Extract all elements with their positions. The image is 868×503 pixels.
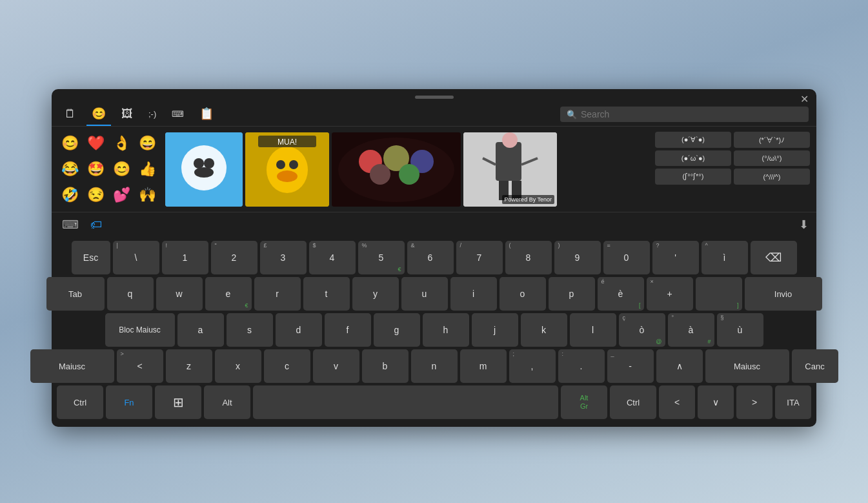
key-right[interactable]: >: [736, 385, 772, 419]
key-7[interactable]: /7: [456, 241, 503, 274]
key-canc[interactable]: Canc: [792, 349, 838, 383]
emoji-cell[interactable]: 🙌: [136, 183, 159, 207]
tab-kaomoji[interactable]: 🖼: [116, 103, 138, 126]
tab-recents[interactable]: 🗒: [59, 103, 81, 126]
emoji-cell[interactable]: 😒: [84, 183, 107, 207]
key-5[interactable]: %5€: [358, 241, 405, 274]
key-h[interactable]: h: [423, 313, 469, 347]
search-input[interactable]: [581, 109, 802, 119]
key-3[interactable]: £3: [260, 241, 307, 274]
key-esc[interactable]: Esc: [72, 241, 110, 274]
key-l[interactable]: l: [570, 313, 616, 347]
tab-emoji[interactable]: 😊: [86, 103, 111, 126]
emoji-cell[interactable]: 👌: [110, 132, 133, 155]
key-bracket[interactable]: ]: [696, 277, 742, 311]
key-f[interactable]: f: [325, 313, 371, 347]
key-g[interactable]: g: [374, 313, 420, 347]
emoji-cell[interactable]: ❤️: [84, 132, 107, 155]
key-left[interactable]: <: [659, 385, 695, 419]
key-v[interactable]: v: [313, 349, 359, 383]
key-ugrave[interactable]: §ù: [717, 313, 763, 347]
key-ctrl-right[interactable]: Ctrl: [610, 385, 656, 419]
key-z[interactable]: z: [166, 349, 212, 383]
key-m[interactable]: m: [460, 349, 507, 383]
key-shift-right[interactable]: Maiusc: [705, 349, 789, 383]
key-win[interactable]: ⊞: [155, 385, 201, 419]
key-fn[interactable]: Fn: [106, 385, 152, 419]
kaomoji-btn-4[interactable]: (°/ω\°): [734, 150, 810, 166]
key-caps[interactable]: Bloc Maiusc: [105, 313, 175, 347]
key-r[interactable]: r: [254, 277, 301, 311]
key-alt[interactable]: Alt: [204, 385, 250, 419]
key-y[interactable]: y: [352, 277, 399, 311]
emoji-cell[interactable]: 👍: [136, 158, 159, 181]
key-4[interactable]: $4: [309, 241, 356, 274]
emoji-cell[interactable]: 😄: [136, 132, 159, 155]
key-enter[interactable]: Invio: [745, 277, 822, 311]
key-comma[interactable]: ;,: [509, 349, 556, 383]
key-igrave[interactable]: ^ì: [701, 241, 748, 274]
key-8[interactable]: (8: [505, 241, 552, 274]
key-c[interactable]: c: [264, 349, 310, 383]
key-1[interactable]: !1: [162, 241, 208, 274]
key-d[interactable]: d: [276, 313, 322, 347]
key-9[interactable]: )9: [554, 241, 601, 274]
kaomoji-btn-2[interactable]: (*´∀`*)ﾉ: [734, 132, 810, 148]
key-x[interactable]: x: [215, 349, 261, 383]
key-b[interactable]: b: [362, 349, 409, 383]
key-a[interactable]: a: [177, 313, 224, 347]
key-n[interactable]: n: [411, 349, 458, 383]
key-s[interactable]: s: [227, 313, 273, 347]
tab-clipboard[interactable]: 📋: [194, 103, 219, 126]
key-apostrophe[interactable]: ?': [652, 241, 699, 274]
gif-item-2[interactable]: MUA!: [245, 132, 329, 207]
keyboard-toolbar-icon[interactable]: ⌨: [59, 215, 81, 234]
kaomoji-btn-5[interactable]: (ʃ°°ʃ*°): [655, 169, 731, 185]
key-period[interactable]: :.: [558, 349, 605, 383]
key-o[interactable]: o: [500, 277, 546, 311]
tab-symbols[interactable]: ⌨: [167, 105, 189, 124]
gif-item-1[interactable]: [165, 132, 243, 207]
key-space[interactable]: [253, 385, 558, 419]
emoji-cell[interactable]: 😊: [58, 132, 81, 155]
emoji-cell[interactable]: 😂: [58, 158, 81, 181]
emoji-cell[interactable]: 😊: [110, 158, 133, 181]
key-backspace[interactable]: ⌫: [751, 241, 797, 274]
kaomoji-btn-6[interactable]: (^///^): [734, 169, 810, 185]
key-minus[interactable]: _-: [607, 349, 654, 383]
key-e[interactable]: e€: [205, 277, 252, 311]
key-plus[interactable]: ×+: [647, 277, 693, 311]
key-2[interactable]: "2: [211, 241, 257, 274]
key-shift-left[interactable]: Maiusc: [30, 349, 114, 383]
key-down[interactable]: ∨: [698, 385, 734, 419]
key-backslash[interactable]: |\: [113, 241, 159, 274]
key-w[interactable]: w: [156, 277, 203, 311]
download-icon[interactable]: ⬇: [799, 218, 809, 232]
key-up[interactable]: ∧: [656, 349, 703, 383]
key-j[interactable]: j: [472, 313, 518, 347]
key-lt[interactable]: ><: [117, 349, 163, 383]
emoji-cell[interactable]: 💕: [110, 183, 133, 207]
emoji-cell[interactable]: 🤩: [84, 158, 107, 181]
key-k[interactable]: k: [521, 313, 567, 347]
tab-emoticons[interactable]: ;-): [143, 105, 161, 124]
key-p[interactable]: p: [549, 277, 595, 311]
key-q[interactable]: q: [107, 277, 154, 311]
key-u[interactable]: u: [401, 277, 448, 311]
key-ita[interactable]: ITA: [775, 385, 811, 419]
key-ctrl-left[interactable]: Ctrl: [57, 385, 103, 419]
key-t[interactable]: t: [303, 277, 350, 311]
key-ograve[interactable]: çò@: [619, 313, 665, 347]
key-i[interactable]: i: [450, 277, 497, 311]
key-0[interactable]: =0: [603, 241, 650, 274]
key-agrave[interactable]: °à#: [668, 313, 714, 347]
emoji-cell[interactable]: 🤣: [58, 183, 81, 207]
gif-item-3[interactable]: [332, 132, 461, 207]
key-tab[interactable]: Tab: [46, 277, 105, 311]
gif-item-4[interactable]: Powered By Tenor: [463, 132, 557, 207]
kaomoji-btn-3[interactable]: (●´ω`●): [655, 150, 731, 166]
key-altgr[interactable]: AltGr: [561, 385, 607, 419]
key-6[interactable]: &6: [407, 241, 454, 274]
kaomoji-btn-1[interactable]: (●´∀`●): [655, 132, 731, 148]
key-egrave[interactable]: éè[: [598, 277, 644, 311]
